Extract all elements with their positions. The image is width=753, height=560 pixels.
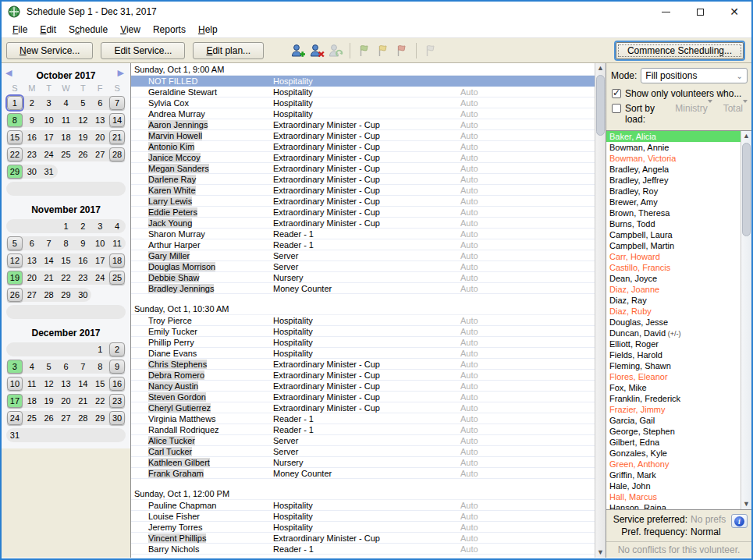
schedule-row[interactable]: Sylvia CoxHospitalityAuto [131, 97, 595, 108]
schedule-row[interactable]: Louise FisherHospitalityAuto [131, 511, 595, 522]
schedule-row[interactable]: Cheryl GutierrezExtraordinary Minister -… [131, 402, 595, 413]
volunteer-list-item[interactable]: Bowman, Victoria [606, 153, 741, 164]
calendar-day-12[interactable]: 12 [7, 253, 23, 268]
schedule-row[interactable]: Kathleen GilbertNurseryAuto [131, 457, 595, 468]
volunteer-list-item[interactable]: Diaz, Ray [606, 295, 741, 306]
schedule-row[interactable]: Karen WhiteExtraordinary Minister - CupA… [131, 185, 595, 196]
volunteer-list-item[interactable]: Green, Anthony [606, 459, 741, 470]
scrollbar-thumb[interactable] [742, 143, 751, 236]
volunteer-list-item[interactable]: Campbell, Laura [606, 229, 741, 240]
maximize-icon[interactable] [683, 2, 717, 22]
volunteer-scrollbar[interactable]: ▲ ▼ [741, 131, 751, 509]
commence-scheduling-button[interactable]: Commence Scheduling... [616, 42, 744, 59]
schedule-row[interactable]: Emily TuckerHospitalityAuto [131, 326, 595, 337]
schedule-row[interactable]: Carl TuckerServerAuto [131, 446, 595, 457]
schedule-row[interactable]: Megan SandersExtraordinary Minister - Cu… [131, 163, 595, 174]
volunteer-list-item[interactable]: Elliott, Roger [606, 338, 741, 349]
calendar-day-22[interactable]: 22 [7, 147, 23, 161]
volunteer-list-item[interactable]: Carr, Howard [606, 251, 741, 262]
volunteer-list-item[interactable]: Gilbert, Edna [606, 437, 741, 448]
schedule-row[interactable]: Darlene RayExtraordinary Minister - CupA… [131, 174, 595, 185]
volunteer-list-item[interactable]: Gonzales, Kyle [606, 448, 741, 459]
volunteer-list-item[interactable]: Garcia, Gail [606, 415, 741, 426]
schedule-row[interactable]: Gary MillerServerAuto [131, 250, 595, 261]
volunteer-list-item[interactable]: Bradley, Roy [606, 186, 741, 197]
calendar-day-1[interactable]: 1 [7, 96, 23, 110]
toolbar-button-edit-service[interactable]: Edit Service... [101, 42, 185, 59]
schedule-row[interactable]: Geraldine StewartHospitalityAuto [131, 87, 595, 97]
schedule-row[interactable]: Marvin HowellExtraordinary Minister - Cu… [131, 130, 595, 141]
calendar-day-26[interactable]: 26 [7, 288, 23, 302]
schedule-row[interactable]: Chris StephensExtraordinary Minister - C… [131, 359, 595, 370]
schedule-row[interactable]: Eddie PetersExtraordinary Minister - Cup… [131, 207, 595, 218]
calendar-day-3[interactable]: 3 [7, 360, 23, 374]
schedule-row[interactable]: Steven GordonExtraordinary Minister - Cu… [131, 392, 595, 402]
volunteer-list-item[interactable]: George, Stephen [606, 426, 741, 437]
scroll-up-icon[interactable]: ▲ [595, 63, 606, 73]
menu-reports[interactable]: Reports [147, 23, 192, 37]
calendar-day-5[interactable]: 5 [7, 236, 23, 250]
calendar-day-15[interactable]: 15 [7, 130, 23, 144]
calendar-day-24[interactable]: 24 [7, 411, 23, 425]
volunteer-list-item[interactable]: Fields, Harold [606, 349, 741, 360]
close-icon[interactable]: ✕ [717, 2, 751, 22]
menu-edit[interactable]: Edit [34, 23, 62, 37]
schedule-row[interactable]: Andrea MurrayHospitalityAuto [131, 108, 595, 119]
schedule-row[interactable]: Vincent PhillipsExtraordinary Minister -… [131, 533, 595, 544]
schedule-row[interactable]: Troy PierceHospitalityAuto [131, 315, 595, 326]
schedule-row[interactable]: Janice MccoyExtraordinary Minister - Cup… [131, 152, 595, 163]
schedule-row[interactable]: Arthur HarperReader - 1Auto [131, 239, 595, 250]
calendar-day-9[interactable]: 9 [109, 360, 125, 374]
volunteer-list-item[interactable]: Diaz, Joanne [606, 284, 741, 295]
volunteer-list-item[interactable]: Brewer, Amy [606, 197, 741, 207]
volunteer-list-item[interactable]: Castillo, Francis [606, 262, 741, 273]
schedule-row[interactable]: Jack YoungExtraordinary Minister - CupAu… [131, 218, 595, 229]
volunteer-list-item[interactable]: Brown, Theresa [606, 207, 741, 218]
schedule-row[interactable]: Debbie ShawNurseryAuto [131, 272, 595, 283]
schedule-row[interactable]: Nancy AustinExtraordinary Minister - Cup… [131, 381, 595, 392]
calendar-day-28[interactable]: 28 [109, 147, 125, 161]
calendar-day-8[interactable]: 8 [7, 113, 23, 127]
flag-green-icon[interactable] [355, 42, 374, 59]
scrollbar-thumb[interactable] [596, 75, 605, 136]
schedule-row[interactable]: NOT FILLEDHospitality [131, 76, 595, 87]
toolbar-button-edit-plan[interactable]: Edit plan... [193, 42, 264, 59]
schedule-row[interactable]: Antonio KimExtraordinary Minister - CupA… [131, 141, 595, 152]
schedule-row[interactable]: Debra RomeroExtraordinary Minister - Cup… [131, 370, 595, 381]
volunteer-list-item[interactable]: Hall, Marcus [606, 491, 741, 502]
calendar-day-17[interactable]: 17 [7, 394, 23, 408]
calendar-day-30[interactable]: 30 [109, 411, 125, 425]
menu-help[interactable]: Help [192, 23, 224, 37]
volunteer-list-item[interactable]: Diaz, Ruby [606, 306, 741, 317]
info-button[interactable]: i [731, 514, 748, 528]
sort-by-load-checkbox[interactable] [612, 104, 621, 113]
schedule-row[interactable]: Aaron JenningsExtraordinary Minister - C… [131, 119, 595, 130]
schedule-row[interactable]: Phillip PerryHospitalityAuto [131, 337, 595, 348]
remove-volunteer-icon[interactable] [307, 42, 326, 59]
calendar-prev-icon[interactable]: ◀ [5, 68, 12, 78]
volunteer-list-item[interactable]: Campbell, Martin [606, 240, 741, 251]
scroll-up-icon[interactable]: ▲ [741, 131, 751, 141]
calendar-day-10[interactable]: 10 [7, 377, 23, 391]
volunteer-list-item[interactable]: Douglas, Jesse [606, 317, 741, 328]
calendar-day-29[interactable]: 29 [7, 165, 23, 179]
calendar-day-16[interactable]: 16 [109, 377, 125, 391]
schedule-row[interactable]: Pauline ChapmanHospitalityAuto [131, 500, 595, 511]
volunteer-list-item[interactable]: Hale, John [606, 480, 741, 491]
schedule-row[interactable]: Douglas MorrisonServerAuto [131, 261, 595, 272]
volunteer-list-item[interactable]: Fleming, Shawn [606, 360, 741, 371]
scroll-down-icon[interactable]: ▼ [595, 548, 606, 558]
schedule-row[interactable]: Virginia MatthewsReader - 1Auto [131, 413, 595, 424]
flag-yellow-icon[interactable] [374, 42, 392, 59]
menu-view[interactable]: View [114, 23, 147, 37]
calendar-next-icon[interactable]: ▶ [118, 68, 124, 78]
calendar-day-23[interactable]: 23 [109, 394, 125, 408]
calendar-day-7[interactable]: 7 [109, 96, 125, 110]
volunteer-list-item[interactable]: Frazier, Jimmy [606, 404, 741, 415]
schedule-row[interactable]: Diane EvansHospitalityAuto [131, 348, 595, 359]
schedule-row[interactable]: Frank GrahamMoney CounterAuto [131, 468, 595, 479]
volunteer-list-item[interactable]: Bradley, Angela [606, 164, 741, 175]
volunteer-list-item[interactable]: Flores, Eleanor [606, 371, 741, 382]
calendar-day-14[interactable]: 14 [109, 113, 125, 127]
calendar-day-21[interactable]: 21 [109, 130, 125, 144]
